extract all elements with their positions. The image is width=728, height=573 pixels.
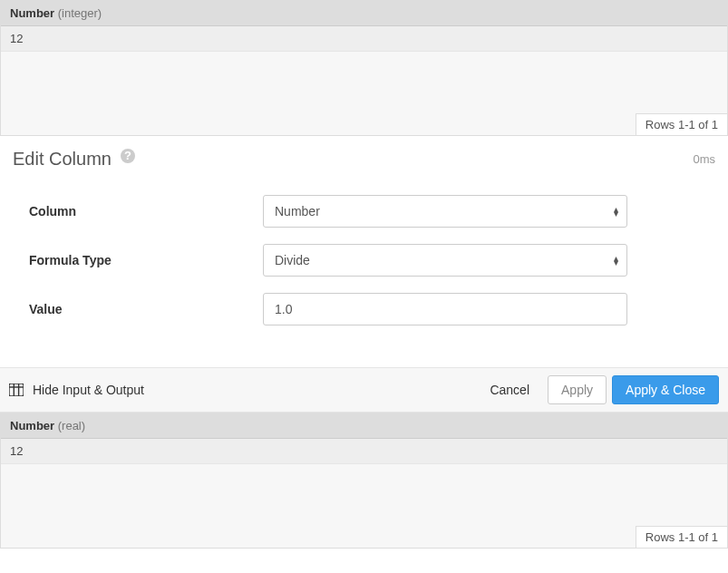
help-icon[interactable]: ? [121,149,135,163]
column-field-row: Column Number ▴▾ [13,195,715,228]
apply-close-button[interactable]: Apply & Close [612,375,719,404]
formula-type-select[interactable]: Divide [263,244,627,277]
column-label: Column [29,204,263,219]
action-bar: Hide Input & Output Cancel Apply Apply &… [0,367,728,413]
table-icon [9,384,24,396]
input-column-type: (integer) [58,6,102,20]
output-grid-header: Number (real) [1,413,727,439]
output-grid-row[interactable]: 12 [1,439,727,464]
output-grid: Number (real) 12 Rows 1-1 of 1 [0,413,728,549]
value-input[interactable] [263,293,627,325]
cancel-button[interactable]: Cancel [477,376,542,403]
timing-label: 0ms [693,152,715,166]
svg-rect-0 [9,384,24,396]
input-grid-row[interactable]: 12 [1,26,727,52]
formula-type-field-row: Formula Type Divide ▴▾ [13,244,715,277]
output-column-name: Number [10,419,54,432]
formula-type-label: Formula Type [29,253,263,267]
input-grid: Number (integer) 12 Rows 1-1 of 1 [0,0,728,136]
editor-header: Edit Column ? 0ms [13,149,715,170]
toggle-io-button[interactable]: Hide Input & Output [9,383,144,397]
output-column-type: (real) [58,419,85,432]
input-grid-header: Number (integer) [1,1,727,26]
input-column-name: Number [10,6,54,20]
input-cell-value: 12 [10,32,23,45]
output-grid-footer: Rows 1-1 of 1 [636,526,727,548]
apply-button[interactable]: Apply [548,375,607,404]
column-select[interactable]: Number [263,195,627,228]
toggle-io-label: Hide Input & Output [33,383,144,397]
input-grid-footer: Rows 1-1 of 1 [636,113,727,135]
output-grid-body: Rows 1-1 of 1 [1,464,727,548]
output-cell-value: 12 [10,444,23,458]
edit-column-panel: Edit Column ? 0ms Column Number ▴▾ Formu… [0,136,728,367]
input-grid-body: Rows 1-1 of 1 [1,52,727,135]
editor-title-text: Edit Column [13,149,112,170]
editor-title: Edit Column ? [13,149,135,170]
value-field-row: Value [13,293,715,325]
action-buttons: Cancel Apply Apply & Close [477,375,719,404]
value-label: Value [29,302,263,316]
